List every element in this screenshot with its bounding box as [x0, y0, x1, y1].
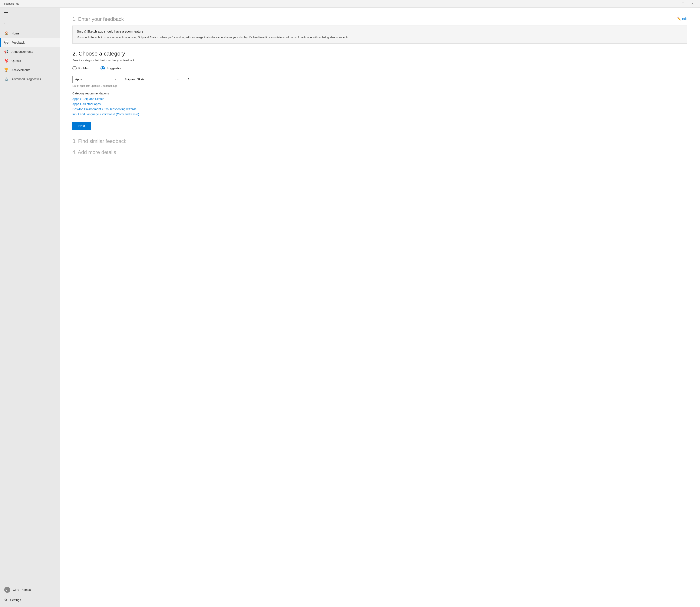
section-3-title: 3. Find similar feedback: [73, 138, 687, 144]
radio-suggestion-label: Suggestion: [106, 66, 122, 70]
sidebar-item-advanced-diagnostics-label: Advanced Diagnostics: [12, 78, 41, 81]
edit-icon: ✏️: [677, 17, 681, 20]
title-bar-controls: − ☐ ✕: [668, 0, 697, 8]
title-bar-title: Feedback Hub: [3, 2, 19, 5]
category-dropdown-2[interactable]: Snip and Sketch ▾: [122, 76, 181, 83]
category-dropdown-1[interactable]: Apps ▾: [73, 76, 119, 83]
sidebar-item-quests-label: Quests: [12, 59, 21, 63]
sidebar-item-announcements-label: Announcements: [12, 50, 33, 54]
feedback-body: You should be able to zoom in on an imag…: [77, 35, 683, 40]
advanced-diagnostics-icon: 🔬: [4, 77, 8, 81]
radio-suggestion-circle: [100, 66, 105, 70]
edit-link[interactable]: ✏️ Edit: [677, 17, 687, 20]
radio-suggestion-inner: [102, 67, 104, 69]
hamburger-line-2: [4, 14, 8, 14]
sidebar-item-home[interactable]: 🏠 Home: [0, 29, 60, 38]
section-4-title: 4. Add more details: [73, 149, 687, 155]
minimize-button[interactable]: −: [668, 0, 678, 8]
avatar-initials: CT: [5, 588, 9, 591]
sidebar-item-achievements[interactable]: 🏆 Achievements: [0, 65, 60, 75]
recommendation-1[interactable]: Apps > Snip and Sketch: [73, 97, 687, 101]
next-button[interactable]: Next: [73, 122, 91, 130]
radio-problem-label: Problem: [78, 66, 90, 70]
app-body: ← 🏠 Home 💬 Feedback 📢 Announcements 🎯 Qu…: [0, 8, 700, 607]
radio-problem-circle: [73, 66, 77, 70]
main-content: 1. Enter your feedback ✏️ Edit Snip & Sk…: [60, 8, 700, 607]
avatar: CT: [4, 587, 10, 593]
feedback-icon: 💬: [4, 40, 8, 44]
recommendation-2[interactable]: Apps > All other apps: [73, 102, 687, 106]
sidebar-item-feedback[interactable]: 💬 Feedback: [0, 38, 60, 47]
sidebar-item-announcements[interactable]: 📢 Announcements: [0, 47, 60, 56]
last-updated: List of apps last updated 2 seconds ago: [73, 84, 687, 87]
hamburger-button[interactable]: [3, 12, 9, 16]
sidebar-item-feedback-label: Feedback: [12, 41, 24, 44]
sidebar-item-settings[interactable]: ⚙ Settings: [0, 595, 60, 604]
edit-label: Edit: [682, 17, 687, 20]
sidebar-item-achievements-label: Achievements: [12, 68, 30, 72]
dropdowns-row: Apps ▾ Snip and Sketch ▾ ↺: [73, 76, 687, 83]
sidebar-bottom: CT Cora Thomas ⚙ Settings: [0, 584, 60, 607]
section-2: 2. Choose a category Select a category t…: [73, 50, 687, 138]
maximize-button[interactable]: ☐: [678, 0, 688, 8]
category-2-value: Snip and Sketch: [124, 78, 146, 81]
chevron-down-icon-1: ▾: [115, 78, 117, 81]
feedback-title: Snip & Sketch app should have a zoom fea…: [77, 29, 683, 33]
title-bar-left: Feedback Hub: [3, 2, 19, 5]
announcements-icon: 📢: [4, 49, 8, 54]
sidebar-item-settings-label: Settings: [10, 598, 21, 602]
settings-icon: ⚙: [4, 598, 7, 602]
sidebar-item-home-label: Home: [12, 32, 19, 35]
sidebar: ← 🏠 Home 💬 Feedback 📢 Announcements 🎯 Qu…: [0, 8, 60, 607]
chevron-down-icon-2: ▾: [177, 78, 179, 81]
recommendation-4[interactable]: Input and Language > Clipboard (Copy and…: [73, 112, 687, 116]
sidebar-user[interactable]: CT Cora Thomas: [0, 584, 60, 595]
radio-problem[interactable]: Problem: [73, 66, 90, 70]
section-2-subtitle: Select a category that best matches your…: [73, 59, 687, 62]
home-icon: 🏠: [4, 31, 8, 35]
sidebar-top: [0, 9, 60, 18]
section-1-title: 1. Enter your feedback: [73, 16, 124, 22]
sidebar-nav: 🏠 Home 💬 Feedback 📢 Announcements 🎯 Ques…: [0, 29, 60, 84]
hamburger-line-1: [4, 12, 8, 13]
quests-icon: 🎯: [4, 59, 8, 63]
feedback-box: Snip & Sketch app should have a zoom fea…: [73, 25, 687, 44]
title-bar: Feedback Hub − ☐ ✕: [0, 0, 700, 8]
category-1-value: Apps: [75, 78, 82, 81]
section-2-title: 2. Choose a category: [73, 50, 687, 57]
refresh-button[interactable]: ↺: [184, 76, 192, 83]
sidebar-item-advanced-diagnostics[interactable]: 🔬 Advanced Diagnostics: [0, 75, 60, 84]
hamburger-line-3: [4, 15, 8, 15]
radio-group: Problem Suggestion: [73, 66, 687, 70]
recommendation-3[interactable]: Desktop Environment > Troubleshooting wi…: [73, 107, 687, 111]
user-name: Cora Thomas: [13, 588, 31, 591]
close-button[interactable]: ✕: [688, 0, 697, 8]
back-button[interactable]: ←: [0, 19, 60, 27]
radio-suggestion[interactable]: Suggestion: [100, 66, 122, 70]
sidebar-item-quests[interactable]: 🎯 Quests: [0, 56, 60, 65]
section-1-header: 1. Enter your feedback ✏️ Edit: [73, 16, 687, 22]
category-recs-title: Category recommendations: [73, 92, 687, 95]
achievements-icon: 🏆: [4, 68, 8, 72]
